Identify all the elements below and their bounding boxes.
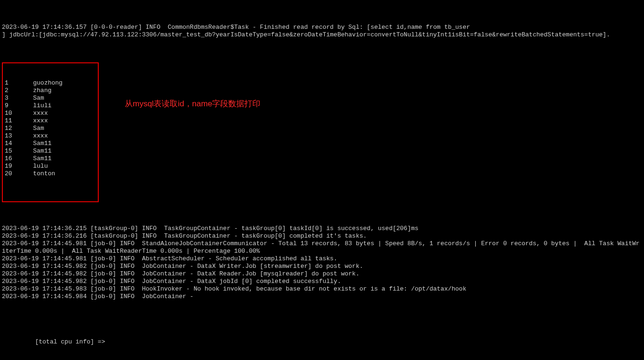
log-line: 2023-06-19 17:14:45.982 [job-0] INFO Job… [2, 263, 642, 270]
table-row: 14Sam11 [5, 140, 96, 147]
table-row: 19lulu [5, 163, 96, 170]
log-line: 2023-06-19 17:14:36.215 [taskGroup-0] IN… [2, 225, 642, 232]
table-row: 9liuli [5, 102, 96, 110]
data-output-box: 1guozhong2zhang3Sam9liuli10xxxx11xxxx12S… [2, 62, 99, 202]
table-row: 15Sam11 [5, 147, 96, 155]
annotation-label: 从mysql表读取id，name字段数据打印 [125, 100, 260, 108]
table-row: 11xxxx [5, 117, 96, 125]
table-row: 16Sam11 [5, 155, 96, 163]
log-line: 2023-06-19 17:14:36.157 [0-0-0-reader] I… [2, 24, 642, 31]
table-row: 3Sam [5, 94, 96, 102]
log-line: 2023-06-19 17:14:45.982 [job-0] INFO Job… [2, 278, 642, 285]
log-line: 2023-06-19 17:14:45.981 [job-0] INFO Sta… [2, 240, 642, 255]
table-row: 20tonton [5, 170, 96, 178]
table-row: 13xxxx [5, 132, 96, 140]
log-line: 2023-06-19 17:14:45.981 [job-0] INFO Abs… [2, 255, 642, 263]
table-row: 2zhang [5, 87, 96, 94]
log-line: 2023-06-19 17:14:36.216 [taskGroup-0] IN… [2, 232, 642, 240]
log-line: 2023-06-19 17:14:45.983 [job-0] INFO Hoo… [2, 285, 642, 293]
log-line: 2023-06-19 17:14:45.982 [job-0] INFO Job… [2, 270, 642, 278]
table-row: 10xxxx [5, 110, 96, 117]
log-line: ] jdbcUrl:[jdbc:mysql://47.92.113.122:33… [2, 31, 642, 39]
terminal-output[interactable]: 2023-06-19 17:14:36.157 [0-0-0-reader] I… [0, 0, 644, 360]
table-row: 12Sam [5, 125, 96, 132]
log-line: 2023-06-19 17:14:45.984 [job-0] INFO Job… [2, 293, 642, 300]
table-row: 1guozhong [5, 79, 96, 87]
cpu-info-table: [total cpu info] => averageCpu | maxDelt… [2, 323, 642, 360]
